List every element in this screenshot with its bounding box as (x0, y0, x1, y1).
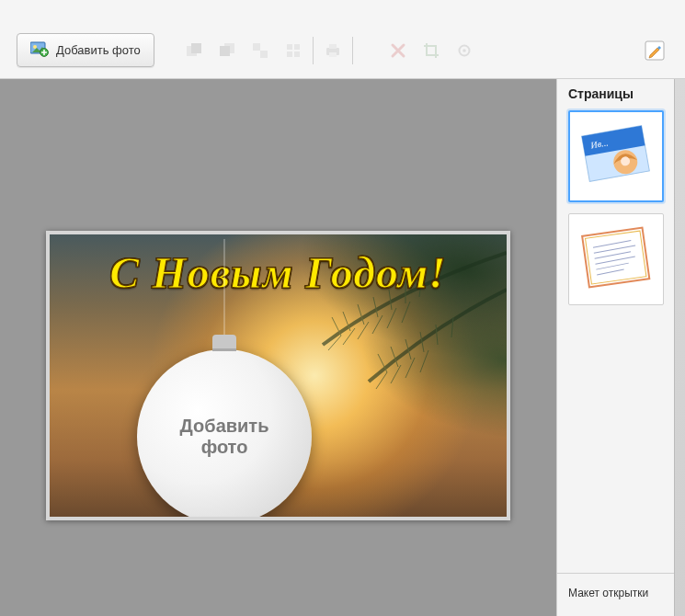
svg-line-32 (402, 302, 410, 323)
svg-line-29 (358, 322, 369, 339)
delete-icon (390, 42, 406, 59)
svg-rect-10 (294, 44, 300, 50)
svg-rect-6 (220, 46, 230, 56)
workspace[interactable]: С Новым Годом! Добавить фото (0, 79, 556, 616)
card-headline[interactable]: С Новым Годом! (50, 247, 507, 298)
crop-icon (422, 41, 440, 60)
edit-group (384, 37, 478, 64)
svg-line-22 (373, 297, 378, 317)
toolbar-inner: Добавить фото (17, 29, 668, 72)
svg-rect-14 (329, 44, 337, 49)
group-icon (251, 41, 269, 60)
svg-point-1 (33, 45, 37, 49)
arrange-group (180, 37, 307, 64)
print-icon (324, 41, 342, 60)
draw-edit-button[interactable] (641, 37, 668, 64)
settings-button (451, 37, 478, 64)
svg-line-42 (420, 350, 428, 372)
svg-rect-7 (253, 43, 260, 51)
toolbar-separator-1 (313, 37, 314, 64)
align-button (280, 37, 307, 64)
edit-icon (644, 40, 666, 62)
page-thumbnails: Ив... (557, 107, 674, 573)
group-button (246, 37, 274, 64)
svg-point-17 (462, 49, 466, 52)
svg-rect-11 (287, 51, 292, 57)
page-thumb-1[interactable]: Ив... (568, 110, 664, 202)
svg-rect-9 (287, 44, 292, 50)
photo-ornament-placeholder[interactable]: Добавить фото (137, 349, 312, 520)
layout-section-label[interactable]: Макет открытки (557, 573, 674, 616)
page-thumb-2-preview (577, 222, 656, 296)
svg-line-40 (391, 365, 401, 383)
pages-panel: Страницы Ив... (556, 79, 685, 616)
svg-rect-15 (329, 52, 337, 57)
crop-button (417, 37, 445, 64)
toolbar: Добавить фото (0, 0, 685, 79)
add-photo-label: Добавить фото (56, 43, 141, 57)
svg-rect-8 (260, 51, 268, 58)
toolbar-separator-2 (352, 37, 353, 64)
card-canvas[interactable]: С Новым Годом! Добавить фото (46, 231, 510, 520)
print-button (319, 37, 347, 64)
svg-rect-48 (582, 228, 649, 288)
svg-line-41 (405, 358, 415, 378)
svg-line-30 (372, 315, 382, 334)
align-icon (284, 41, 303, 60)
pages-panel-title: Страницы (557, 79, 674, 107)
add-photo-button[interactable]: Добавить фото (17, 33, 154, 67)
page-thumb-1-preview: Ив... (577, 120, 656, 193)
settings-icon (455, 41, 474, 60)
ornament-placeholder-label: Добавить фото (180, 416, 269, 458)
send-back-icon (218, 41, 236, 60)
ornament-cap (212, 335, 236, 351)
page-thumb-2[interactable] (568, 213, 664, 305)
bring-front-button (180, 37, 208, 64)
app-root: Добавить фото (0, 0, 685, 616)
send-back-button (213, 37, 241, 64)
vertical-scrollbar[interactable] (674, 79, 685, 616)
svg-line-31 (387, 308, 396, 328)
bring-front-icon (185, 41, 203, 60)
add-photo-icon (30, 40, 49, 60)
ornament-string (224, 239, 225, 338)
svg-rect-4 (191, 43, 201, 53)
svg-rect-12 (294, 51, 300, 57)
delete-button (384, 37, 412, 64)
